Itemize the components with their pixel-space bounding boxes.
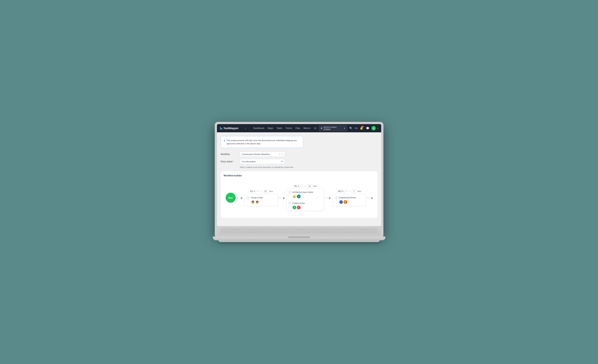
stage-3-arrow-icon: → <box>348 190 350 192</box>
info-banner: ℹ The review process will start once the… <box>221 136 303 148</box>
stage-2-days: 12 days <box>307 184 317 188</box>
stage-1-condition: ALL <box>250 190 254 192</box>
workflow-select-icons: ✕ <box>279 153 283 155</box>
workflow-label: Workflow <box>221 153 238 156</box>
laptop-shell: TaskMapper ⌂ Dashboard Maps Tasks Forms … <box>215 122 383 242</box>
stage-1-chevron-icon <box>254 190 255 192</box>
stage-1-header: ALL ⓘ → 15 days <box>249 190 273 193</box>
laptop-base <box>213 237 385 240</box>
stage-3-condition: ANY <box>338 190 342 192</box>
workflow-builder: Workflow builder Start ▶ <box>221 171 377 218</box>
review-circle-icon <box>247 196 250 199</box>
navbar: TaskMapper ⌂ Dashboard Maps Tasks Forms … <box>217 124 381 132</box>
stage-2-review-2-name: Product review <box>292 202 305 204</box>
avatar-emoji-2: 👩 <box>255 200 259 204</box>
stage-3-info-icon[interactable]: ⓘ <box>345 190 347 192</box>
stage-1-condition-select[interactable]: ALL <box>249 190 256 193</box>
start-node[interactable]: Start <box>226 193 236 203</box>
screen-bezel: TaskMapper ⌂ Dashboard Maps Tasks Forms … <box>215 122 383 237</box>
stage-1-info-icon[interactable]: ⓘ <box>257 190 259 192</box>
workflow-clear-icon[interactable]: ✕ <box>279 153 281 155</box>
review-inner-icon <box>248 197 249 199</box>
stage-2-chevron-icon <box>298 185 299 187</box>
info-banner-text: The review process will start once the d… <box>227 139 300 145</box>
stage-1-review-1-avatars: 👩 👩 <box>251 200 275 204</box>
stage-3-review-1-name: Engineering Review <box>339 197 356 199</box>
settings-icon[interactable]: ⚙ <box>313 126 317 131</box>
project-dot-icon <box>321 127 322 129</box>
workflow-chevron-icon <box>282 153 283 155</box>
nav-maps[interactable]: Maps <box>266 126 274 130</box>
laptop-bottom <box>218 240 380 242</box>
stage-2-days-label: days <box>313 185 317 187</box>
stage-3-review-1: Engineering Review 👤 O <box>335 196 364 204</box>
stage-2-condition-select[interactable]: ALL <box>293 184 300 188</box>
brand-bar-3 <box>222 128 222 130</box>
nav-divider-2 <box>249 126 249 130</box>
entry-status-hint: Select a status to set to the document o… <box>240 166 377 168</box>
nav-forms[interactable]: Forms <box>284 126 293 130</box>
avatar-l: L <box>297 206 301 209</box>
avatar-worker: 👷 <box>292 195 296 198</box>
avatar[interactable]: A <box>372 126 376 131</box>
stage-1-review-1: Design review 👩 👩 <box>247 196 275 204</box>
nav-more[interactable]: More <box>302 126 312 130</box>
avatar-emoji-1: 👩 <box>251 200 255 204</box>
review-inner-icon-4 <box>336 197 337 199</box>
review-circle-icon-3 <box>288 201 291 205</box>
stage-1-arrow-icon: → <box>260 190 262 192</box>
stage-2-review-1-header: Architecture team review <box>288 190 322 194</box>
nav-tasks[interactable]: Tasks <box>275 126 284 130</box>
stage-2: ALL ⓘ → 12 days <box>286 184 324 211</box>
nav-dashboard[interactable]: Dashboard <box>252 126 266 130</box>
stage-2-review-2-avatars: J L <box>292 206 322 209</box>
brand-icon <box>220 127 222 130</box>
info-icon: ℹ <box>224 139 225 142</box>
review-inner-icon-3 <box>289 202 291 204</box>
project-name: Horizon power 250MW <box>323 126 343 131</box>
review-circle-icon-4 <box>335 196 338 199</box>
brand-name: TaskMapper <box>224 127 239 130</box>
language-selector[interactable]: EN <box>355 127 357 129</box>
avatar-o: O <box>344 200 347 204</box>
stage-3-header: ANY ⓘ → 1 days <box>337 190 362 193</box>
notifications-icon[interactable]: 🔔 9+ <box>359 126 364 131</box>
stage-2-condition: ALL <box>294 185 298 187</box>
main-content: ℹ The review process will start once the… <box>217 132 381 226</box>
connector-3 <box>324 198 328 198</box>
stage-3-days-value[interactable]: 1 <box>351 190 357 193</box>
entry-status-row: Entry status For information <box>221 159 377 164</box>
entry-status-chevron-icon <box>282 160 283 163</box>
stage-2-review-2-header: Product review <box>288 201 322 205</box>
review-inner-icon-2 <box>289 191 291 193</box>
navbar-nav: Dashboard Maps Tasks Forms Files More <box>252 126 312 130</box>
stage-2-days-value[interactable]: 12 <box>307 184 312 188</box>
avatar-chevron-icon[interactable] <box>377 127 378 129</box>
avatar-j-1: J <box>297 195 301 198</box>
stage-1-days: 15 days <box>263 190 273 193</box>
stage-1-days-label: days <box>269 190 273 192</box>
entry-status-select[interactable]: For information <box>240 159 285 164</box>
project-selector[interactable]: Horizon power 250MW <box>319 125 347 131</box>
stage-3-condition-select[interactable]: ANY <box>337 190 345 193</box>
stage-1-review-1-name: Design review <box>251 197 263 199</box>
review-circle-icon-2 <box>288 190 291 194</box>
stage-2-header: ALL ⓘ → 12 days <box>293 184 317 188</box>
entry-status-label: Entry status <box>221 160 238 163</box>
notification-badge: 9+ <box>361 126 364 128</box>
search-icon[interactable]: 🔍 <box>349 126 353 131</box>
project-chevron-icon <box>344 127 345 130</box>
home-icon[interactable]: ⌂ <box>245 127 246 130</box>
nav-files[interactable]: Files <box>294 126 301 130</box>
stage-3-review-1-avatars: 👤 O <box>339 200 364 204</box>
keyboard-keys <box>221 228 377 233</box>
more-chevron-icon <box>309 127 310 130</box>
stage-3-review-1-header: Engineering Review <box>335 196 364 199</box>
stage-1-days-value[interactable]: 15 <box>263 190 268 193</box>
stage-2-card: Architecture team review 👷 J <box>286 189 324 211</box>
stage-2-info-icon[interactable]: ⓘ <box>301 185 303 187</box>
messages-icon[interactable]: 💬 <box>365 126 370 131</box>
workflow-select[interactable]: Construction Review Workflow ✕ <box>240 152 285 157</box>
entry-status-value: For information <box>242 160 256 163</box>
stage-1-review-1-header: Design review <box>247 196 275 199</box>
